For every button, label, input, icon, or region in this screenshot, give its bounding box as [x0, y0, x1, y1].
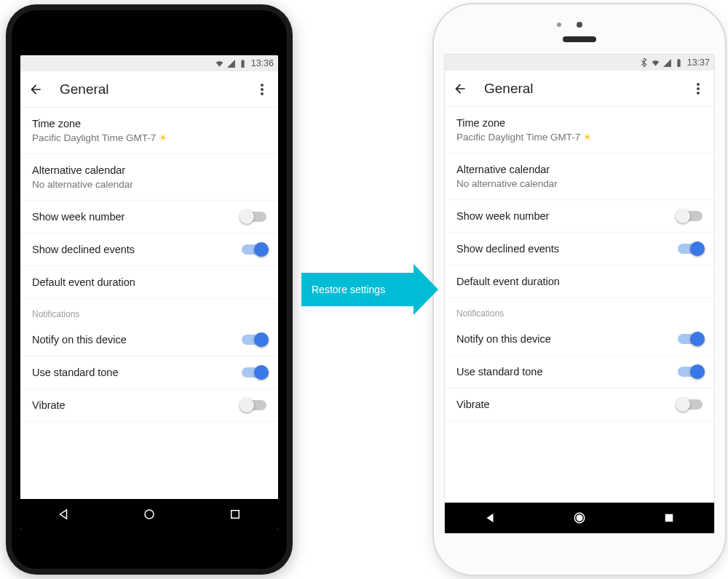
wifi-icon	[215, 59, 224, 68]
setting-declined-events[interactable]: Show declined events	[20, 233, 278, 266]
nav-home-icon[interactable]	[143, 508, 156, 521]
vibrate-switch[interactable]	[678, 399, 703, 410]
standard-tone-switch[interactable]	[678, 367, 703, 377]
page-title: General	[484, 81, 673, 97]
status-bar: 13:36	[20, 55, 278, 71]
setting-notify-device[interactable]: Notify on this device	[445, 323, 714, 356]
setting-value: Pacific Daylight Time GMT-7 ☀	[32, 132, 266, 143]
setting-label: Show declined events	[32, 244, 135, 255]
svg-point-7	[697, 92, 700, 95]
device-frame-left: 13:36 General Time zone Pacific Daylight…	[6, 4, 293, 575]
setting-label: Default event duration	[32, 276, 266, 288]
bluetooth-icon	[639, 58, 649, 68]
setting-label: Default event duration	[456, 276, 703, 287]
declined-events-switch[interactable]	[678, 244, 703, 254]
svg-rect-10	[665, 514, 673, 522]
week-number-switch[interactable]	[242, 212, 266, 222]
arrow-label-text: Restore settings	[301, 273, 414, 306]
setting-time-zone[interactable]: Time zone Pacific Daylight Time GMT-7 ☀	[20, 108, 278, 154]
speaker-grille	[563, 36, 596, 42]
status-time: 13:37	[687, 57, 710, 68]
standard-tone-switch[interactable]	[242, 367, 266, 378]
setting-label: Time zone	[32, 118, 266, 129]
setting-default-duration[interactable]: Default event duration	[20, 266, 278, 299]
app-bar: General	[445, 71, 714, 107]
svg-point-6	[697, 87, 700, 90]
status-time: 13:36	[251, 58, 274, 68]
svg-point-1	[261, 88, 264, 91]
notify-device-switch[interactable]	[678, 334, 703, 344]
android-navbar	[445, 503, 714, 533]
sun-icon: ☀	[583, 132, 592, 143]
setting-label: Use standard tone	[456, 366, 543, 378]
setting-default-duration[interactable]: Default event duration	[445, 265, 714, 298]
app-bar: General	[20, 71, 278, 108]
setting-label: Notify on this device	[32, 334, 127, 346]
setting-vibrate[interactable]: Vibrate	[445, 388, 714, 421]
setting-notify-device[interactable]: Notify on this device	[20, 324, 278, 356]
setting-alternative-calendar[interactable]: Alternative calendar No alternative cale…	[445, 153, 714, 200]
battery-icon	[238, 59, 248, 68]
device-frame-right: 13:37 General Time zone Pacific Daylight…	[434, 4, 725, 575]
status-bar: 13:37	[445, 55, 714, 71]
nav-back-icon[interactable]	[483, 511, 496, 524]
svg-point-0	[261, 84, 264, 87]
setting-label: Vibrate	[32, 399, 66, 411]
screen-right: 13:37 General Time zone Pacific Daylight…	[444, 54, 715, 534]
signal-icon	[226, 59, 236, 68]
more-vert-icon	[261, 84, 264, 95]
setting-label: Show week number	[32, 211, 124, 223]
setting-vibrate[interactable]: Vibrate	[20, 389, 278, 422]
android-navbar	[20, 499, 278, 530]
nav-recent-icon[interactable]	[229, 508, 242, 521]
section-header-notifications: Notifications	[20, 299, 278, 324]
week-number-switch[interactable]	[678, 211, 703, 221]
arrow-head-icon	[414, 264, 438, 315]
setting-label: Time zone	[456, 117, 703, 129]
vibrate-switch[interactable]	[242, 400, 266, 410]
setting-time-zone[interactable]: Time zone Pacific Daylight Time GMT-7 ☀	[445, 107, 714, 153]
setting-label: Use standard tone	[32, 367, 119, 378]
arrow-back-icon	[453, 81, 467, 96]
svg-point-3	[145, 510, 154, 519]
setting-standard-tone[interactable]: Use standard tone	[20, 356, 278, 389]
svg-point-9	[577, 515, 582, 521]
settings-list: Time zone Pacific Daylight Time GMT-7 ☀ …	[445, 107, 714, 503]
notify-device-switch[interactable]	[242, 335, 266, 345]
device-bezel: 13:36 General Time zone Pacific Daylight…	[12, 10, 287, 569]
section-header-notifications: Notifications	[445, 298, 714, 323]
page-title: General	[60, 81, 237, 97]
setting-label: Alternative calendar	[32, 164, 266, 176]
screen-left: 13:36 General Time zone Pacific Daylight…	[20, 55, 278, 530]
more-vert-icon	[697, 83, 700, 95]
battery-icon	[674, 58, 684, 68]
overflow-menu-button[interactable]	[689, 83, 707, 95]
setting-week-number[interactable]: Show week number	[20, 201, 278, 233]
arrow-back-icon	[28, 82, 43, 97]
back-button[interactable]	[452, 81, 468, 96]
setting-declined-events[interactable]: Show declined events	[445, 233, 714, 265]
nav-recent-icon[interactable]	[662, 511, 676, 524]
overflow-menu-button[interactable]	[253, 84, 271, 95]
setting-alternative-calendar[interactable]: Alternative calendar No alternative cale…	[20, 154, 278, 201]
setting-value: Pacific Daylight Time GMT-7 ☀	[456, 132, 703, 143]
svg-rect-4	[232, 511, 240, 519]
setting-label: Show week number	[456, 210, 549, 222]
nav-back-icon[interactable]	[57, 508, 70, 521]
declined-events-switch[interactable]	[242, 244, 266, 255]
setting-label: Notify on this device	[456, 333, 551, 345]
restore-settings-arrow: Restore settings	[301, 269, 438, 310]
wifi-icon	[651, 58, 660, 68]
setting-week-number[interactable]: Show week number	[445, 200, 714, 233]
front-camera	[577, 22, 582, 28]
setting-label: Show declined events	[456, 243, 559, 255]
setting-label: Alternative calendar	[456, 164, 703, 175]
svg-point-2	[261, 92, 264, 95]
svg-point-5	[697, 83, 700, 86]
settings-list: Time zone Pacific Daylight Time GMT-7 ☀ …	[20, 108, 278, 499]
nav-home-icon[interactable]	[573, 511, 586, 524]
setting-standard-tone[interactable]: Use standard tone	[445, 356, 714, 388]
back-button[interactable]	[28, 82, 44, 97]
setting-label: Vibrate	[456, 399, 490, 410]
sun-icon: ☀	[159, 132, 167, 143]
